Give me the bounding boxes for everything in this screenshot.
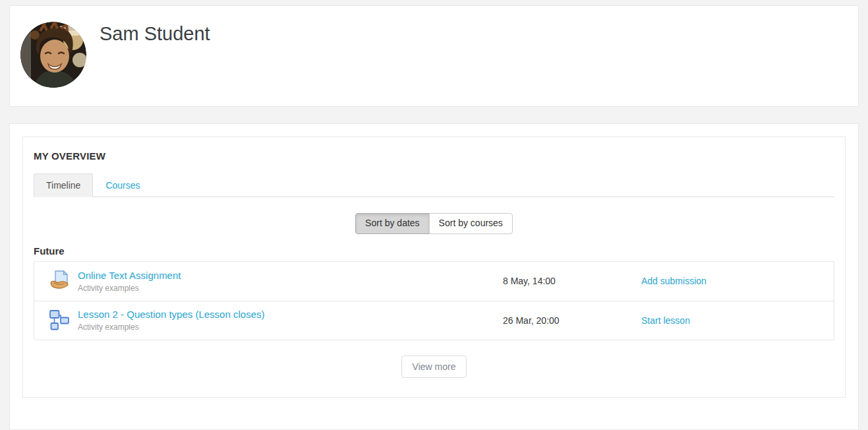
event-action-cell: Start lesson	[641, 315, 826, 326]
overview-tab-bar: Timeline Courses	[34, 173, 834, 197]
block-title: MY OVERVIEW	[34, 150, 834, 162]
sort-button-group: Sort by dates Sort by courses	[34, 213, 834, 234]
assignment-icon	[48, 269, 72, 293]
start-lesson-link[interactable]: Start lesson	[641, 315, 690, 326]
event-due-date: 8 May, 14:00	[503, 276, 641, 286]
timeline-section-heading: Future	[34, 245, 834, 257]
tab-courses[interactable]: Courses	[93, 173, 152, 197]
event-course-name: Activity examples	[78, 284, 503, 293]
event-title-link[interactable]: Lesson 2 - Question types (Lesson closes…	[78, 309, 264, 320]
my-overview-block: MY OVERVIEW Timeline Courses Sort by dat…	[22, 137, 846, 398]
view-more-button[interactable]: View more	[401, 355, 467, 378]
content-region: MY OVERVIEW Timeline Courses Sort by dat…	[9, 123, 859, 430]
tab-timeline[interactable]: Timeline	[34, 173, 93, 197]
lesson-icon	[48, 309, 72, 332]
event-info: Online Text Assignment Activity examples	[78, 270, 503, 293]
event-action-cell: Add submission	[641, 275, 826, 287]
profile-header: Sam Student	[9, 5, 859, 107]
page-title-user-name: Sam Student	[100, 23, 210, 45]
event-info: Lesson 2 - Question types (Lesson closes…	[78, 309, 503, 332]
sort-by-dates-button[interactable]: Sort by dates	[355, 213, 430, 234]
user-avatar	[20, 22, 86, 88]
event-row-lesson: Lesson 2 - Question types (Lesson closes…	[34, 301, 834, 340]
view-more-container: View more	[34, 355, 834, 378]
event-row-assignment: Online Text Assignment Activity examples…	[34, 262, 834, 301]
add-submission-link[interactable]: Add submission	[641, 276, 707, 286]
event-title-link[interactable]: Online Text Assignment	[78, 270, 181, 281]
event-course-name: Activity examples	[78, 322, 503, 332]
event-list: Online Text Assignment Activity examples…	[34, 261, 834, 340]
event-due-date: 26 Mar, 20:00	[503, 315, 641, 326]
sort-by-courses-button[interactable]: Sort by courses	[429, 213, 513, 234]
